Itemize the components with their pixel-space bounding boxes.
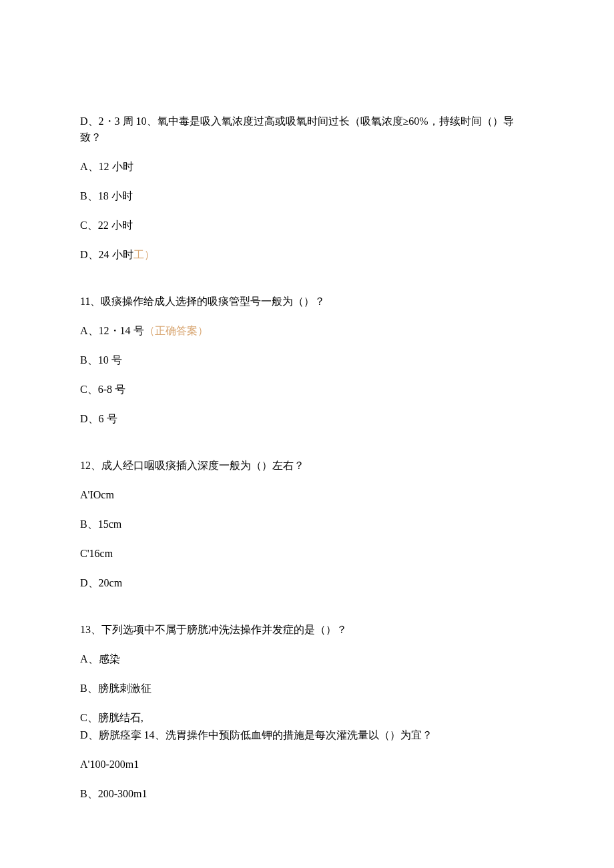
question-10-option-c: C、22 小时 (80, 218, 534, 234)
question-12-option-b: B、15cm (80, 516, 534, 532)
question-11-option-b: B、10 号 (80, 352, 534, 368)
question-13-option-a: A、感染 (80, 651, 534, 667)
question-12-stem: 12、成人经口咽吸痰插入深度一般为（）左右？ (80, 458, 534, 474)
question-14-option-a: A'100-200m1 (80, 757, 534, 773)
question-14-option-b: B、200-300m1 (80, 786, 534, 802)
document-page: D、2・3 周 10、氧中毒是吸入氧浓度过高或吸氧时间过长（吸氧浓度≥60%，持… (0, 0, 614, 855)
question-10-option-d-text: D、24 小时 (80, 249, 133, 260)
question-12-option-c: C'16cm (80, 546, 534, 562)
question-10-optd-and-stem: D、2・3 周 10、氧中毒是吸入氧浓度过高或吸氧时间过长（吸氧浓度≥60%，持… (80, 113, 534, 145)
question-11-option-c: C、6-8 号 (80, 382, 534, 398)
question-11-option-a-text: A、12・14 号 (80, 325, 144, 336)
question-10-option-b: B、18 小时 (80, 188, 534, 204)
question-13-option-d-and-14-stem: D、膀胱痉挛 14、洗胃操作中预防低血钾的措施是每次灌洗量以（）为宜？ (80, 727, 534, 743)
question-10-option-d-mark: 工） (133, 249, 155, 260)
question-13-stem: 13、下列选项中不属于膀胱冲洗法操作并发症的是（）？ (80, 622, 534, 638)
question-12-option-a: A'IOcm (80, 487, 534, 503)
question-11-option-a: A、12・14 号（正确答案） (80, 323, 534, 339)
question-11-option-d: D、6 号 (80, 411, 534, 427)
question-10-option-d: D、24 小时工） (80, 247, 534, 263)
question-11-correct-answer-mark: （正确答案） (144, 325, 208, 336)
question-13-option-b: B、膀胱刺激征 (80, 681, 534, 697)
question-11-stem: 11、吸痰操作给成人选择的吸痰管型号一般为（）？ (80, 294, 534, 310)
question-10-option-a: A、12 小时 (80, 159, 534, 175)
question-13-option-c: C、膀胱结石, (80, 710, 534, 726)
question-12-option-d: D、20cm (80, 575, 534, 591)
